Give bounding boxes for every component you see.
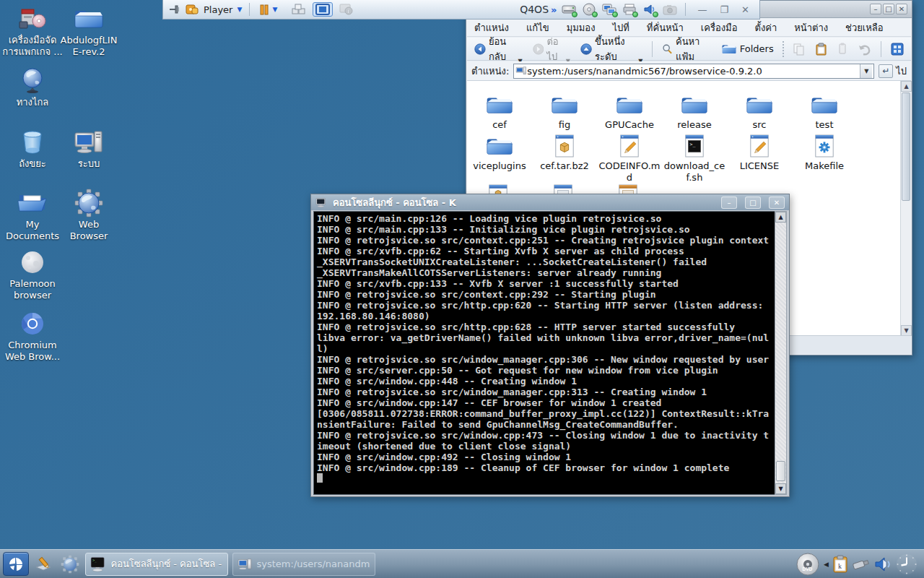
scrollbar-thumb[interactable] bbox=[902, 92, 910, 201]
paste-icon bbox=[815, 43, 827, 56]
cut-button[interactable] bbox=[834, 41, 850, 57]
desktop-icon-chromium[interactable]: Chromium Web Brow... bbox=[2, 309, 63, 363]
desktop-icon-package-manager[interactable]: เครื่องมือจัดการแพกเกจ ... bbox=[2, 4, 63, 58]
file-item[interactable]: >_ download_cef.sh bbox=[662, 131, 727, 184]
clock[interactable] bbox=[895, 553, 918, 576]
desktop-icon-system[interactable]: ระบบ bbox=[58, 128, 119, 170]
camera-tray-icon[interactable] bbox=[662, 2, 678, 17]
info-button[interactable]: i bbox=[337, 3, 356, 16]
close-button[interactable]: ✕ bbox=[769, 197, 785, 209]
desktop-icon-abdulog-folder[interactable]: AbdulogfLINE-rev.2 bbox=[58, 4, 119, 58]
menu-help[interactable]: ช่วยเหลือ bbox=[845, 20, 884, 35]
taskbar-task-console[interactable]: >_ คอนโซลลีนุกซ์ - คอนโซล - K bbox=[85, 553, 228, 576]
file-grid: cef fig GPUCache release src test bbox=[467, 81, 902, 184]
folders-button[interactable]: Folders bbox=[718, 41, 777, 57]
desktop-icon-my-documents[interactable]: My Documents bbox=[2, 189, 63, 242]
desktop-icon-web-browser[interactable]: Web Browser bbox=[58, 189, 119, 242]
scroll-up-arrow[interactable]: ▲ bbox=[901, 81, 912, 92]
file-item[interactable]: fig bbox=[532, 90, 597, 131]
location-dropdown-button[interactable]: ▼ bbox=[860, 64, 872, 78]
quicklaunch-notes-button[interactable] bbox=[33, 553, 55, 575]
file-item[interactable]: viceplugins bbox=[467, 131, 532, 184]
file-item[interactable]: LICENSE bbox=[727, 131, 792, 184]
tray-collapse-icon[interactable]: ◀ bbox=[824, 561, 829, 568]
system-icon bbox=[515, 66, 527, 76]
cdrom-tray-icon[interactable] bbox=[581, 2, 597, 17]
displays-tray-icon[interactable] bbox=[601, 2, 617, 17]
klipper-tray-icon[interactable]: k bbox=[832, 555, 848, 574]
minimize-button[interactable]: – bbox=[721, 197, 737, 209]
q4os-label: Q4OS bbox=[520, 4, 549, 15]
usb-device-tray-icon[interactable] bbox=[852, 558, 871, 571]
desktop-icon-label: My Documents bbox=[2, 219, 63, 242]
file-manager-scrollbar[interactable]: ▲ ▼ bbox=[900, 81, 911, 336]
cut-icon bbox=[837, 43, 847, 56]
terminal-screen[interactable]: INFO @ src/main.cpp:126 -- Loading vice … bbox=[313, 211, 776, 495]
panel-restore-button[interactable]: ❐ bbox=[715, 4, 733, 15]
scroll-up-arrow[interactable]: ▲ bbox=[775, 212, 786, 223]
minimize-button[interactable]: – bbox=[870, 4, 881, 14]
pause-button[interactable]: ▼ bbox=[257, 4, 279, 16]
tile-windows-button[interactable] bbox=[289, 3, 308, 16]
pencil-pad-icon bbox=[35, 556, 53, 573]
panel-expand-icon[interactable]: » bbox=[551, 4, 557, 15]
icon-view-button[interactable] bbox=[888, 41, 907, 57]
volume-tray-icon[interactable] bbox=[874, 556, 892, 572]
file-item[interactable]: test bbox=[792, 90, 857, 131]
svg-text:k: k bbox=[838, 562, 842, 570]
scrollbar-thumb[interactable] bbox=[776, 461, 785, 481]
forward-button[interactable]: ต่อไป▼ bbox=[530, 33, 573, 66]
file-item[interactable]: CODEINFO.md bbox=[597, 131, 662, 184]
konqueror-globe-icon bbox=[61, 555, 79, 574]
trash-icon bbox=[17, 128, 48, 157]
file-item[interactable]: src bbox=[727, 90, 792, 131]
console-scrollbar[interactable]: ▲ ▼ bbox=[775, 211, 787, 495]
player-plugin-icon[interactable] bbox=[185, 3, 199, 16]
desktop-icon-label: เครื่องมือจัดการแพกเกจ ... bbox=[2, 35, 63, 58]
dvd-tray-icon[interactable]: DVD bbox=[796, 552, 820, 577]
audio-tray-icon[interactable] bbox=[642, 2, 658, 17]
location-input[interactable] bbox=[527, 66, 860, 77]
panel-minimize-button[interactable]: — bbox=[693, 4, 711, 15]
panel-close-button[interactable]: ✕ bbox=[737, 4, 754, 15]
console-icon: >_ bbox=[90, 556, 106, 572]
undo-button[interactable] bbox=[855, 41, 874, 57]
scroll-down-arrow[interactable]: ▼ bbox=[775, 483, 786, 494]
makefile-icon bbox=[792, 132, 857, 158]
maximize-button[interactable]: □ bbox=[883, 4, 894, 14]
paste-button[interactable] bbox=[812, 41, 830, 57]
quicklaunch-browser-button[interactable] bbox=[59, 553, 81, 575]
back-button[interactable]: ย้อนกลับ▼ bbox=[471, 33, 526, 66]
file-item[interactable]: Makefile bbox=[792, 131, 857, 184]
start-menu-button[interactable] bbox=[3, 552, 29, 576]
desktop-icon-label: AbdulogfLINE-rev.2 bbox=[58, 35, 119, 58]
up-button[interactable]: ขึ้นหนึ่งระดับ▼ bbox=[578, 33, 645, 66]
console-titlebar[interactable]: คอนโซลลีนุกซ์ - คอนโซล - K – □ ✕ bbox=[311, 194, 789, 210]
go-button[interactable]: ↵ ไป bbox=[879, 64, 907, 79]
svg-text:i: i bbox=[348, 8, 349, 14]
file-item[interactable]: cef bbox=[467, 90, 532, 131]
scroll-down-arrow[interactable]: ▼ bbox=[901, 325, 912, 336]
desktop-icon-trash[interactable]: ถังขยะ bbox=[2, 128, 63, 170]
storage-device-tray-icon[interactable] bbox=[561, 2, 577, 17]
find-file-button[interactable]: ค้นหาแฟ้ม bbox=[659, 33, 714, 66]
q4os-brand: Q4OS » bbox=[520, 4, 557, 15]
maximize-button[interactable]: □ bbox=[745, 197, 761, 209]
close-button[interactable]: ✕ bbox=[896, 4, 907, 14]
file-item[interactable]: cef.tar.bz2 bbox=[532, 131, 597, 184]
printer-tray-icon[interactable] bbox=[622, 2, 637, 17]
pin-icon[interactable] bbox=[169, 4, 180, 14]
copy-button[interactable] bbox=[790, 41, 808, 57]
file-item[interactable]: release bbox=[662, 90, 727, 131]
menu-window[interactable]: หน้าต่าง bbox=[794, 20, 828, 35]
file-item[interactable]: GPUCache bbox=[597, 90, 662, 131]
fullscreen-button[interactable] bbox=[313, 2, 333, 17]
desktop-icon-palemoon[interactable]: Palemoon browser bbox=[2, 248, 63, 301]
desktop-icon-remote[interactable]: ทางไกล bbox=[2, 66, 63, 108]
desktop-icon-label: ระบบ bbox=[58, 158, 119, 170]
folder-icon bbox=[73, 4, 105, 33]
player-caret-icon[interactable]: ▼ bbox=[237, 6, 242, 13]
menu-settings[interactable]: ตั้งค่า bbox=[754, 20, 777, 35]
taskbar-task-filemanager[interactable]: system:/users/nanandmic56 bbox=[232, 553, 375, 576]
player-menu[interactable]: Player bbox=[204, 4, 232, 15]
